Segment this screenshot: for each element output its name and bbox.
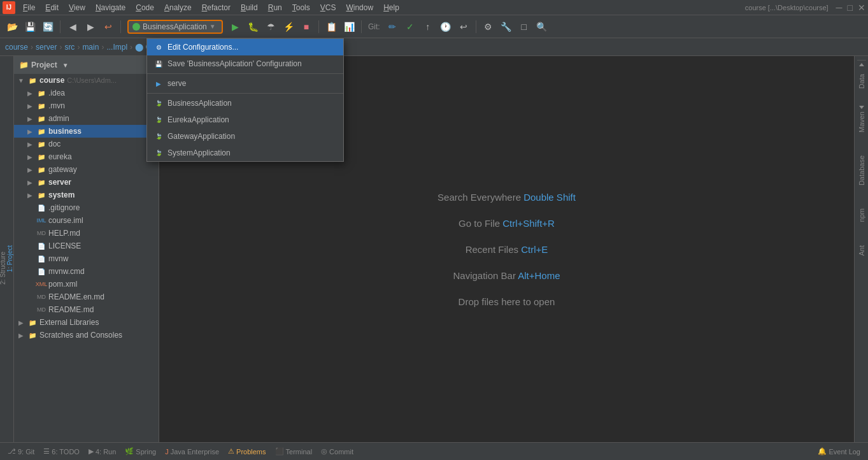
project-header[interactable]: 📁 Project ▼	[14, 56, 159, 74]
mvn-folder-icon: 📁	[36, 101, 46, 111]
sync-button[interactable]: 🔄	[39, 18, 56, 35]
tree-readme-en[interactable]: ▶ MD README.en.md	[14, 291, 159, 303]
tree-readme[interactable]: ▶ MD README.md	[14, 303, 159, 316]
nav-course[interactable]: course	[5, 43, 28, 52]
sidebar-project-icon[interactable]: 1: Project	[6, 224, 13, 275]
dropdown-eureka-app[interactable]: 🍃 EurekaApplication	[147, 111, 343, 128]
event-log-button[interactable]: 🔔 Event Log	[814, 446, 864, 457]
profile-button[interactable]: ⚡	[280, 18, 297, 35]
right-database-label[interactable]: Database	[855, 150, 868, 190]
sidebar-structure-icon[interactable]: 2: Structure	[0, 236, 6, 287]
view-mode-button[interactable]: □	[516, 18, 532, 35]
tree-help-md[interactable]: ▶ MD HELP.md	[14, 227, 159, 240]
forward-button[interactable]: ▶	[82, 18, 99, 35]
menu-refactor[interactable]: Refactor	[197, 2, 236, 13]
tree-pom-xml[interactable]: ▶ XML pom.xml	[14, 278, 159, 291]
tree-idea[interactable]: ▶ 📁 .idea	[14, 87, 159, 99]
vcs-button-1[interactable]: 📋	[323, 18, 339, 35]
right-maven-label[interactable]: Maven	[855, 106, 868, 138]
right-ant-label[interactable]: Ant	[855, 240, 868, 261]
tree-mvnw[interactable]: ▶ 📄 mvnw	[14, 252, 159, 265]
dropdown-serve[interactable]: ▶ serve	[147, 75, 343, 92]
undo-button[interactable]: ↩	[100, 18, 117, 35]
vcs-button-2[interactable]: 📊	[341, 18, 357, 35]
tree-server[interactable]: ▶ 📁 server	[14, 176, 159, 189]
problems-label: Problems	[236, 448, 266, 456]
problems-button[interactable]: ⚠ Problems	[224, 446, 269, 457]
menu-navigate[interactable]: Navigate	[90, 2, 131, 13]
git-push[interactable]: ↑	[420, 18, 436, 35]
hint-goto: Go to File Ctrl+Shift+R	[459, 218, 555, 229]
run-config-selector[interactable]: BusinessAplication ▼	[127, 20, 223, 34]
menu-edit[interactable]: Edit	[40, 2, 64, 13]
doc-name: doc	[48, 140, 60, 148]
menu-tools[interactable]: Tools	[287, 2, 315, 13]
coverage-button[interactable]: ☂	[262, 18, 279, 35]
close-button[interactable]: ✕	[858, 3, 865, 13]
tree-eureka[interactable]: ▶ 📁 eureka	[14, 150, 159, 163]
menu-view[interactable]: View	[64, 2, 90, 13]
open-button[interactable]: 📂	[4, 18, 20, 35]
right-arrow-up[interactable]	[859, 63, 864, 66]
tree-business[interactable]: ▶ 📁 business	[14, 125, 159, 138]
toolbar: 📂 💾 🔄 ◀ ▶ ↩ BusinessAplication ▼ ▶ 🐛 ☂ ⚡…	[0, 15, 868, 38]
terminal-button[interactable]: ⬛ Terminal	[271, 446, 317, 457]
nav-impl[interactable]: ...Impl	[106, 43, 127, 52]
git-pencil[interactable]: ✏	[384, 18, 401, 35]
tree-system[interactable]: ▶ 📁 system	[14, 189, 159, 201]
debug-button[interactable]: 🐛	[245, 18, 261, 35]
menu-help[interactable]: Help	[378, 2, 404, 13]
dropdown-edit-configs[interactable]: ⚙ Edit Configurations...	[147, 39, 343, 55]
menu-code[interactable]: Code	[131, 2, 159, 13]
git-history[interactable]: 🕐	[438, 18, 454, 35]
tree-mvn[interactable]: ▶ 📁 .mvn	[14, 99, 159, 112]
tree-license[interactable]: ▶ 📄 LICENSE	[14, 240, 159, 252]
menu-analyze[interactable]: Analyze	[159, 2, 197, 13]
run-panel-button[interactable]: ▶ 4: Run	[85, 446, 120, 457]
tree-gateway[interactable]: ▶ 📁 gateway	[14, 163, 159, 176]
md-icon: MD	[36, 228, 46, 238]
mvnw-cmd-icon: 📄	[36, 266, 46, 277]
tree-gitignore[interactable]: ▶ 📄 .gitignore	[14, 201, 159, 214]
run-button[interactable]: ▶	[227, 18, 243, 35]
save-button[interactable]: 💾	[22, 18, 38, 35]
tree-course-iml[interactable]: ▶ IML course.iml	[14, 214, 159, 227]
plugins-button[interactable]: 🔧	[498, 18, 515, 35]
commit-button[interactable]: ◎ Commit	[317, 446, 357, 457]
menu-vcs[interactable]: VCS	[315, 2, 341, 13]
tree-root[interactable]: ▼ 📁 course C:\Users\Adm...	[14, 74, 159, 87]
tree-doc[interactable]: ▶ 📁 doc	[14, 138, 159, 150]
dropdown-save-config[interactable]: 💾 Save 'BusinessAplication' Configuratio…	[147, 55, 343, 72]
dropdown-system-app[interactable]: 🍃 SystemApplication	[147, 145, 343, 161]
search-everywhere-button[interactable]: 🔍	[534, 18, 550, 35]
git-check[interactable]: ✓	[402, 18, 418, 35]
nav-server[interactable]: server	[36, 43, 57, 52]
dropdown-business-app[interactable]: 🍃 BusinessAplication	[147, 95, 343, 111]
menu-window[interactable]: Window	[341, 2, 378, 13]
git-rollback[interactable]: ↩	[455, 18, 472, 35]
minimize-button[interactable]: ─	[836, 3, 843, 13]
right-npm-label[interactable]: npm	[855, 203, 868, 227]
git-panel-button[interactable]: ⎇ 9: Git	[4, 446, 38, 457]
dropdown-gateway-app[interactable]: 🍃 GatewayApplication	[147, 128, 343, 145]
java-enterprise-button[interactable]: J Java Enterprise	[161, 447, 223, 457]
tree-arrow-scratches: ▶	[17, 332, 25, 339]
settings-button[interactable]: ⚙	[480, 18, 497, 35]
menu-run[interactable]: Run	[263, 2, 287, 13]
spring-panel-button[interactable]: 🌿 Spring	[121, 446, 160, 457]
stop-button[interactable]: ■	[298, 18, 315, 35]
back-button[interactable]: ◀	[64, 18, 81, 35]
nav-main[interactable]: main	[82, 43, 99, 52]
maximize-button[interactable]: □	[848, 3, 853, 13]
idea-folder-icon: 📁	[36, 88, 46, 98]
right-data-label[interactable]: Data	[855, 69, 868, 94]
tree-admin[interactable]: ▶ 📁 admin	[14, 112, 159, 125]
tree-arrow-mvn: ▶	[25, 103, 34, 110]
menu-file[interactable]: File	[18, 2, 40, 13]
tree-scratches[interactable]: ▶ 📁 Scratches and Consoles	[14, 329, 159, 341]
tree-external-libs[interactable]: ▶ 📁 External Libraries	[14, 316, 159, 329]
todo-panel-button[interactable]: ☰ 6: TODO	[39, 446, 83, 457]
menu-build[interactable]: Build	[236, 2, 263, 13]
nav-src[interactable]: src	[64, 43, 75, 52]
tree-mvnw-cmd[interactable]: ▶ 📄 mvnw.cmd	[14, 265, 159, 278]
